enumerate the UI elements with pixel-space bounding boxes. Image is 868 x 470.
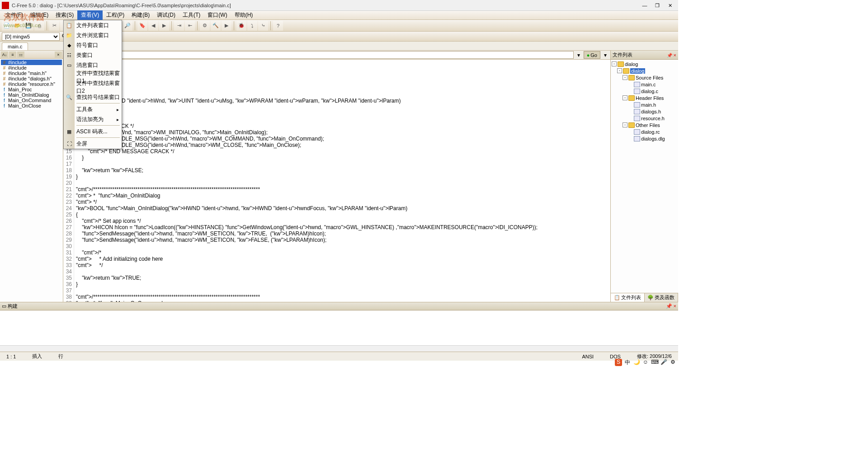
symbol-input[interactable] (102, 51, 574, 59)
menu-5[interactable]: 构建(B) (128, 10, 153, 20)
tree-node[interactable]: main.c (612, 81, 677, 88)
next-bookmark-button[interactable]: ▶ (159, 21, 169, 31)
panel-close-icon[interactable]: × (674, 52, 676, 58)
outline-item[interactable]: ##include "main.h" (1, 70, 62, 76)
code-content[interactable]: ws.h>wsx.h>.h"gs.h"rce.h"n_Proc("kw">HWN… (74, 60, 610, 302)
tree-node[interactable]: dialog.c (612, 88, 677, 94)
menu-7[interactable]: 工具(T) (179, 10, 204, 20)
expand-icon[interactable]: - (612, 61, 617, 66)
outdent-button[interactable]: ⇤ (185, 21, 195, 31)
compile-button[interactable]: ⚙ (200, 21, 210, 31)
ime-icon[interactable]: S (615, 359, 622, 366)
filter-icon[interactable]: ⚏ (17, 52, 24, 58)
tray-icon[interactable]: ☺ (642, 359, 649, 366)
tree-node[interactable]: -dialog (612, 61, 677, 67)
save-button[interactable]: 💾 (24, 21, 33, 31)
expand-icon[interactable]: - (623, 122, 627, 127)
expand-icon[interactable]: - (623, 95, 627, 100)
saveall-button[interactable]: ⎙ (34, 21, 44, 31)
menu-item[interactable]: ▦ASCII 码表... (64, 127, 122, 136)
file-tree[interactable]: -dialog-dialog-Source Filesmain.cdialog.… (611, 60, 678, 293)
outline-item[interactable]: ##include "resource.h" (1, 81, 62, 87)
menu-item[interactable]: ☷类窗口 (64, 50, 122, 60)
menu-item[interactable]: ◆符号窗口 (64, 40, 122, 50)
tray-icon[interactable]: 🌙 (633, 359, 640, 366)
menu-item[interactable]: 📋文件列表窗口 (64, 20, 122, 30)
outline-item[interactable]: fMain_OnClose (1, 103, 62, 108)
menu-9[interactable]: 帮助(H) (231, 10, 257, 20)
nav-dropdown-icon[interactable]: ▾ (602, 52, 609, 58)
run-button[interactable]: ▶ (222, 21, 231, 31)
maximize-button[interactable]: ❐ (651, 1, 664, 9)
outline-item[interactable]: ##include "dialogs.h" (1, 76, 62, 81)
menu-3[interactable]: 查看(V) (77, 10, 103, 20)
sort-icon[interactable]: A↓ (1, 52, 8, 58)
pin-icon[interactable]: 📌 (666, 303, 672, 309)
minimize-button[interactable]: — (638, 1, 651, 9)
close-icon[interactable]: × (55, 52, 62, 58)
open-button[interactable]: 📂 (13, 21, 23, 31)
dropdown-icon[interactable]: ▾ (576, 52, 582, 58)
bookmark-button[interactable]: 🔖 (137, 21, 147, 31)
tree-node[interactable]: main.h (612, 101, 677, 108)
menu-item[interactable]: 工具条 (64, 104, 122, 114)
build-scrollbar[interactable] (0, 345, 678, 352)
outline-item[interactable]: fMain_OnInitDialog (1, 92, 62, 98)
menu-item[interactable]: 语法加亮为 (64, 114, 122, 124)
menu-item[interactable]: 🔍查找符号结果窗口 (64, 92, 122, 102)
tree-node[interactable]: dialog.rc (612, 128, 677, 135)
menu-0[interactable]: 文件(F) (2, 10, 27, 20)
prev-bookmark-button[interactable]: ◀ (148, 21, 158, 31)
expand-icon[interactable]: - (623, 75, 627, 80)
file-icon (634, 109, 640, 114)
tree-node[interactable]: -Header Files (612, 94, 677, 101)
menu-6[interactable]: 调试(D) (153, 10, 179, 20)
tray-icon[interactable]: 🎤 (660, 359, 667, 366)
outline-list[interactable]: ##include ##include ##include "main.h"##… (0, 59, 63, 302)
findfiles-button[interactable]: 🔎 (123, 21, 132, 31)
tray-icon[interactable]: ⚙ (669, 359, 676, 366)
cut-button[interactable]: ✂ (49, 21, 59, 31)
indent-button[interactable]: ⇥ (174, 21, 184, 31)
outline-toolbar: A↓ ≡ ⚏ × (0, 51, 63, 59)
outline-item[interactable]: ##include (1, 60, 62, 65)
stepover-button[interactable]: ⤵ (247, 21, 257, 31)
tree-node[interactable]: -Other Files (612, 122, 677, 128)
tree-node[interactable]: dialogs.h (612, 108, 677, 115)
view-icon[interactable]: ≡ (9, 52, 16, 58)
menu-item[interactable]: 文件中查找结果窗口2 (64, 82, 122, 92)
tree-node[interactable]: dialogs.dlg (612, 135, 677, 142)
tree-node[interactable]: -Source Files (612, 74, 677, 81)
go-button[interactable]: ●Go (584, 51, 600, 59)
build-button[interactable]: 🔨 (211, 21, 221, 31)
tray-icon[interactable]: 中 (624, 359, 631, 366)
menu-item-icon: 📁 (66, 32, 73, 39)
outline-item[interactable]: fMain_OnCommand (1, 98, 62, 103)
menu-item[interactable]: 📁文件浏览窗口 (64, 30, 122, 40)
new-button[interactable]: 📄 (2, 21, 12, 31)
tree-node[interactable]: -dialog (612, 67, 677, 74)
stepinto-button[interactable]: ⤷ (258, 21, 268, 31)
pin-icon[interactable]: 📌 (667, 53, 672, 58)
code-editor[interactable]: 1234567891011121314151617181920212223242… (63, 60, 610, 302)
menu-1[interactable]: 编辑(E) (27, 10, 52, 20)
menu-2[interactable]: 搜索(S) (52, 10, 77, 20)
outline-item[interactable]: ##include (1, 65, 62, 70)
editor-tab[interactable]: main.c (2, 42, 28, 50)
expand-icon[interactable]: - (617, 68, 622, 73)
menu-item[interactable]: ▭消息窗口 (64, 60, 122, 70)
menu-8[interactable]: 窗口(W) (204, 10, 231, 20)
debug-button[interactable]: 🐞 (236, 21, 246, 31)
build-output[interactable] (0, 310, 678, 345)
tray-icon[interactable]: ⌨ (651, 359, 658, 366)
outline-item[interactable]: fMain_Proc (1, 87, 62, 92)
tab-file-list[interactable]: 📋文件列表 (611, 293, 645, 302)
tree-node[interactable]: resource.h (612, 115, 677, 122)
tab-classes[interactable]: 🌳类及函数 (645, 293, 679, 302)
compiler-select[interactable]: [D] mingw5 (2, 33, 60, 41)
menu-item[interactable]: ⛶全屏 (64, 139, 122, 149)
menu-4[interactable]: 工程(P) (103, 10, 128, 20)
panel-close-icon[interactable]: × (674, 303, 676, 309)
close-button[interactable]: ✕ (664, 1, 676, 9)
help-button[interactable]: ? (273, 21, 283, 31)
